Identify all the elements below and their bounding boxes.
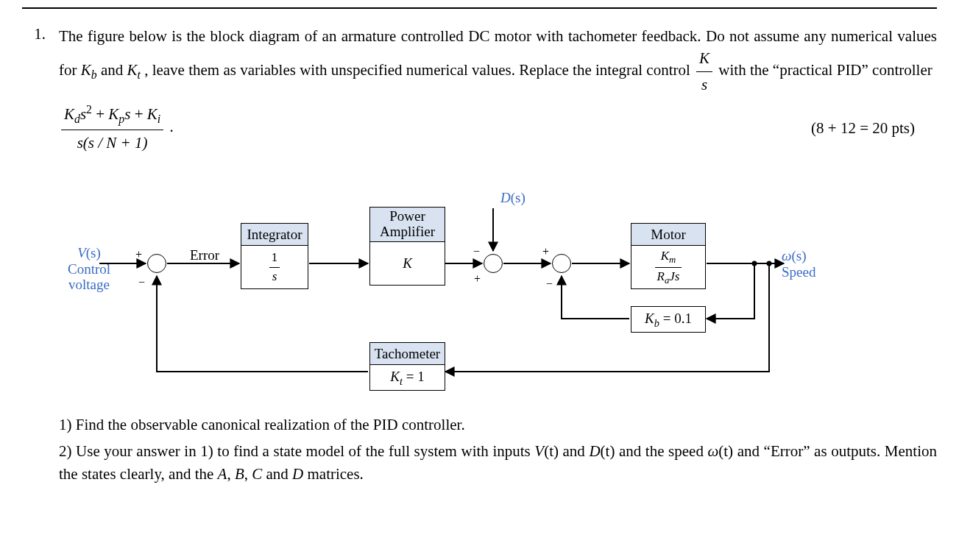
integrator-block: Integrator 1 s [241, 223, 308, 290]
error-label: Error [190, 247, 219, 263]
problem-container: 1. The figure below is the block diagram… [22, 25, 937, 489]
input-voltage: voltage [68, 277, 110, 292]
motor-body: Km RaJs [631, 246, 705, 288]
input-vs: (s) [86, 245, 101, 260]
integral-num: K [696, 47, 712, 71]
pid-kd-sub: d [74, 113, 80, 126]
integrator-frac: 1 s [269, 249, 280, 286]
q2-D: D [292, 465, 303, 483]
amplifier-body: K [370, 242, 445, 285]
sum1-minus: − [138, 274, 145, 291]
sum2-minus: − [473, 243, 480, 260]
block-diagram: V(s) Control voltage + − Error Integrato… [59, 175, 817, 396]
integrator-den: s [269, 268, 280, 286]
q2-omega: ω [707, 442, 718, 460]
backemf-k: K [645, 311, 654, 326]
summer-2 [484, 254, 503, 273]
input-control: Control [68, 261, 110, 277]
motor-frac: Km RaJs [655, 247, 682, 288]
input-label: V(s) Control voltage [63, 245, 115, 294]
backemf-body: Kb = 0.1 [631, 307, 705, 332]
backemf-block: Kb = 0.1 [631, 306, 706, 333]
pid-plus1: + [92, 105, 108, 123]
disturb-d: D [500, 190, 511, 205]
subproblems: 1) Find the observable canonical realiza… [59, 414, 937, 485]
kb-sub: b [91, 68, 97, 81]
sum3-minus: − [546, 275, 553, 292]
q2-and: and [559, 442, 589, 460]
amp-k: K [403, 253, 412, 274]
q2-b: and the speed [615, 442, 707, 460]
points-label: (8 + 12 = 20 pts) [811, 117, 937, 139]
pid-fraction: Kds2 + Kps + Ki s(s / N + 1) [59, 102, 166, 154]
sum2-plus: + [474, 270, 481, 287]
backemf-sub: b [654, 316, 659, 328]
pid-kp-sub: p [118, 113, 124, 126]
kb-var: K [81, 61, 91, 79]
problem-body: The figure below is the block diagram of… [59, 25, 937, 489]
q2-A: A [218, 465, 227, 483]
q2-d: D [589, 442, 600, 460]
pid-numerator: Kds2 + Kps + Ki [61, 102, 163, 130]
subproblem-2: 2) Use your answer in 1) to find a state… [59, 440, 937, 485]
integrator-title: Integrator [241, 224, 308, 247]
pid-ki: K [147, 105, 158, 123]
motor-j: J [669, 269, 675, 283]
tachometer-block: Tachometer Kt = 1 [369, 342, 445, 391]
intro-text-2: , leave them as variables with unspecifi… [144, 61, 694, 79]
amp-title-2: Amplifier [380, 224, 435, 239]
motor-ra: R [657, 269, 665, 283]
q2-C: C [252, 465, 262, 483]
kt-var: K [127, 61, 137, 79]
horizontal-rule [22, 7, 937, 9]
pid-exp: 2 [86, 103, 92, 116]
amplifier-block: Power Amplifier K [369, 207, 445, 286]
output-omegas: (s) [791, 248, 806, 263]
motor-title: Motor [631, 224, 705, 247]
q2-and2: and [262, 465, 292, 483]
q2-v: V [534, 442, 544, 460]
q2-end: matrices. [303, 465, 364, 483]
pid-ki-sub: i [158, 113, 160, 126]
motor-km-sub: m [669, 255, 676, 265]
integrator-num: 1 [269, 249, 280, 268]
pid-expression: Kds2 + Kps + Ki s(s / N + 1) . [59, 102, 174, 154]
sum3-plus: + [542, 243, 549, 260]
and-text: and [101, 61, 127, 79]
pid-period: . [169, 118, 173, 135]
pid-plus2: + [130, 105, 146, 123]
kt-sub: t [137, 68, 140, 81]
motor-s: s [675, 269, 680, 283]
pid-kd: K [64, 105, 74, 123]
q2-ot: (t) [718, 442, 733, 460]
q2-a: 2) Use your answer in 1) to find a state… [59, 442, 534, 460]
input-v: V [77, 245, 86, 260]
amp-title-1: Power [389, 208, 425, 224]
integral-fraction: K s [694, 47, 715, 96]
output-omega: ω [782, 248, 791, 263]
summer-3 [552, 254, 571, 273]
tacho-eq: = 1 [403, 369, 425, 384]
motor-den: RaJs [655, 268, 682, 288]
integrator-body: 1 s [241, 246, 308, 288]
tacho-title: Tachometer [370, 343, 445, 366]
pid-s2: s [80, 105, 86, 123]
q2-comma1: , [227, 465, 235, 483]
tacho-body: Kt = 1 [370, 365, 445, 390]
disturb-ds: (s) [511, 190, 525, 205]
q2-comma2: , [244, 465, 252, 483]
q2-B: B [235, 465, 244, 483]
motor-block: Motor Km RaJs [631, 223, 706, 290]
pid-kp: K [108, 105, 118, 123]
backemf-eq: = 0.1 [659, 311, 692, 326]
amplifier-title: Power Amplifier [370, 208, 445, 242]
problem-number: 1. [22, 25, 49, 489]
tacho-k: K [390, 369, 400, 384]
output-label: ω(s) Speed [782, 248, 815, 280]
pid-denominator: s(s / N + 1) [61, 130, 163, 154]
motor-num: Km [655, 247, 682, 268]
subproblem-1: 1) Find the observable canonical realiza… [59, 414, 937, 436]
q2-vt: (t) [544, 442, 559, 460]
sum1-plus: + [135, 246, 142, 263]
intro-text-3: with the “practical PID” controller [718, 61, 932, 79]
